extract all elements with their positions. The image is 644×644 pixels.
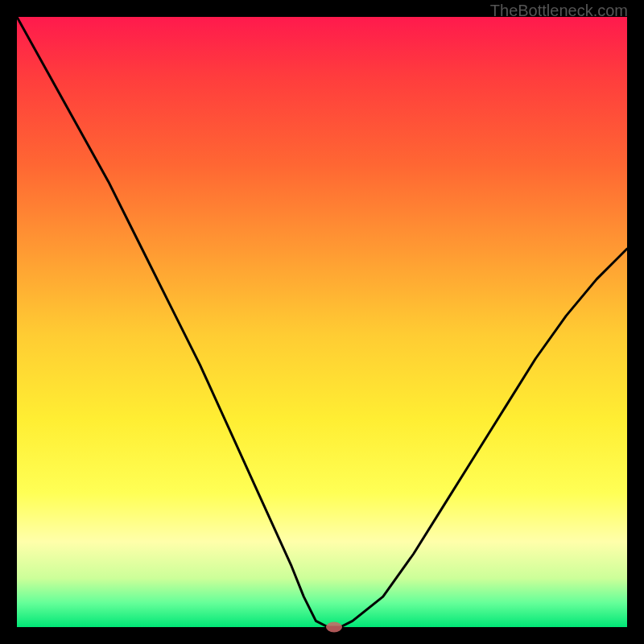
chart-background [17, 17, 627, 627]
watermark-text: TheBottleneck.com [490, 2, 628, 20]
optimal-point-marker [326, 622, 342, 633]
